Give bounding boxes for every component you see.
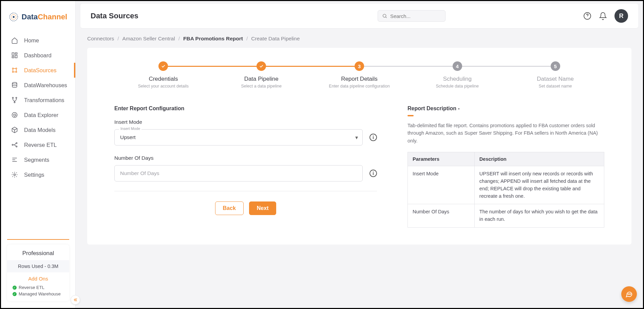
sidebar-item-label: Data Explorer: [24, 112, 58, 118]
git-branch-icon: [11, 97, 18, 103]
step-sub: Set dataset name: [539, 84, 572, 89]
svg-point-18: [16, 146, 17, 147]
breadcrumb-item[interactable]: FBA Promotions Report: [183, 36, 243, 42]
svg-rect-4: [15, 53, 17, 54]
dashboard-icon: [11, 52, 18, 59]
sidebar-nav: Home Dashboard DataSources DataWarehouse…: [1, 31, 75, 182]
user-avatar[interactable]: R: [614, 9, 628, 23]
svg-point-22: [628, 294, 628, 294]
sidebar-item-dashboard[interactable]: Dashboard: [1, 48, 75, 63]
sidebar-item-label: Settings: [24, 172, 44, 178]
step-reportdetails[interactable]: 3 Report Details Enter data pipeline con…: [310, 61, 409, 89]
sidebar-item-label: DataSources: [24, 67, 56, 74]
check-icon: [259, 64, 264, 69]
chevron-left-icon: [73, 297, 78, 302]
sidebar-item-dataexplorer[interactable]: Data Explorer: [1, 108, 75, 122]
segments-icon: [11, 156, 18, 163]
title-underline: [408, 115, 414, 116]
sidebar-item-label: Home: [24, 37, 39, 44]
svg-point-12: [12, 97, 13, 98]
plan-title: Professional: [7, 248, 69, 260]
param-desc: UPSERT will insert only new records or r…: [474, 166, 604, 204]
sidebar-item-home[interactable]: Home: [1, 33, 75, 48]
number-of-days-input[interactable]: [114, 165, 363, 181]
notifications-button[interactable]: [599, 12, 607, 20]
svg-point-20: [383, 14, 386, 17]
breadcrumb: Connectors/ Amazon Seller Central/ FBA P…: [87, 36, 631, 42]
step-datasetname: 5 Dataset Name Set dataset name: [506, 61, 604, 89]
main: Data Sources R Connectors/ Amazon Seller…: [76, 1, 643, 308]
search-input[interactable]: [390, 13, 441, 19]
back-button[interactable]: Back: [215, 201, 244, 215]
addons-title: Add Ons: [7, 272, 69, 284]
sidebar-item-datamodels[interactable]: Data Models: [1, 122, 75, 137]
step-datapipeline[interactable]: Data Pipeline Select a data pipeline: [212, 61, 310, 89]
description-title: Report Description -: [408, 105, 604, 112]
database-icon: [11, 82, 18, 89]
param-name: Insert Mode: [408, 166, 475, 204]
step-sub: Schedule data pipeline: [436, 84, 479, 89]
help-button[interactable]: [583, 12, 591, 20]
table-header: Description: [474, 152, 604, 166]
breadcrumb-item[interactable]: Connectors: [87, 36, 114, 42]
sidebar-item-transformations[interactable]: Transformations: [1, 93, 75, 108]
addon-label: Managed Warehouse: [19, 291, 61, 296]
insert-mode-float-label: Insert Mode: [119, 127, 141, 131]
svg-point-24: [630, 294, 631, 294]
topbar-right: R: [583, 9, 628, 23]
logo-icon: [9, 11, 18, 23]
table-row: Insert Mode UPSERT will insert only new …: [408, 166, 604, 204]
addon-row: ✓Reverse ETL: [7, 284, 69, 291]
sidebar-item-reverseetl[interactable]: Reverse ETL: [1, 137, 75, 152]
report-description-panel: Report Description - Tab-delimited flat …: [408, 105, 604, 228]
svg-point-14: [14, 102, 15, 103]
svg-point-19: [14, 174, 16, 176]
breadcrumb-item: Create Data Pipeline: [251, 36, 300, 42]
step-scheduling: 4 Scheduling Schedule data pipeline: [408, 61, 506, 89]
step-credentials[interactable]: Credentials Select your account details: [114, 61, 212, 89]
insert-mode-label: Insert Mode: [114, 119, 377, 125]
svg-point-10: [16, 71, 17, 72]
search-icon: [382, 13, 387, 19]
sidebar-collapse-button[interactable]: [71, 295, 80, 305]
svg-point-17: [16, 142, 17, 143]
sidebar-item-label: Dashboard: [24, 52, 52, 59]
svg-point-15: [12, 113, 17, 118]
logo-text: DataChannel: [22, 13, 67, 21]
check-icon: ✓: [13, 286, 17, 290]
gear-icon: [11, 171, 18, 178]
step-title: Data Pipeline: [244, 76, 279, 82]
step-sub: Select your account details: [138, 84, 189, 89]
sidebar-item-settings[interactable]: Settings: [1, 167, 75, 182]
brand-logo[interactable]: DataChannel: [1, 1, 75, 31]
search-box[interactable]: [378, 10, 446, 22]
step-sub: Select a data pipeline: [241, 84, 282, 89]
bell-icon: [599, 12, 607, 20]
sidebar-item-segments[interactable]: Segments: [1, 152, 75, 167]
svg-point-2: [13, 16, 15, 18]
addon-label: Reverse ETL: [19, 285, 44, 290]
svg-rect-5: [15, 55, 17, 58]
chat-fab[interactable]: [621, 286, 637, 302]
step-title: Dataset Name: [537, 76, 574, 82]
sidebar-item-datawarehouses[interactable]: DataWarehouses: [1, 78, 75, 93]
insert-mode-select[interactable]: Upsert: [114, 129, 363, 146]
sidebar-item-datasources[interactable]: DataSources: [1, 63, 75, 78]
sidebar-item-label: Data Models: [24, 127, 56, 133]
svg-point-23: [629, 294, 630, 294]
parameters-table: Parameters Description Insert Mode UPSER…: [408, 152, 604, 228]
sidebar: DataChannel Home Dashboard DataSources D…: [1, 1, 76, 308]
sidebar-divider: [7, 239, 69, 240]
insert-mode-info-icon[interactable]: i: [370, 134, 377, 141]
next-button[interactable]: Next: [249, 201, 277, 215]
table-row: Number Of Days The number of days for wh…: [408, 204, 604, 228]
step-circle-done: [257, 61, 266, 71]
number-of-days-info-icon[interactable]: i: [370, 170, 377, 177]
section-title: Enter Report Configuration: [114, 105, 377, 112]
svg-point-8: [16, 68, 17, 69]
sidebar-item-label: Reverse ETL: [24, 142, 57, 148]
breadcrumb-item[interactable]: Amazon Seller Central: [122, 36, 175, 42]
step-circle-done: [158, 61, 168, 71]
reverse-etl-icon: [11, 141, 18, 148]
insert-mode-select-wrap[interactable]: Insert Mode Upsert ▾: [114, 129, 363, 146]
